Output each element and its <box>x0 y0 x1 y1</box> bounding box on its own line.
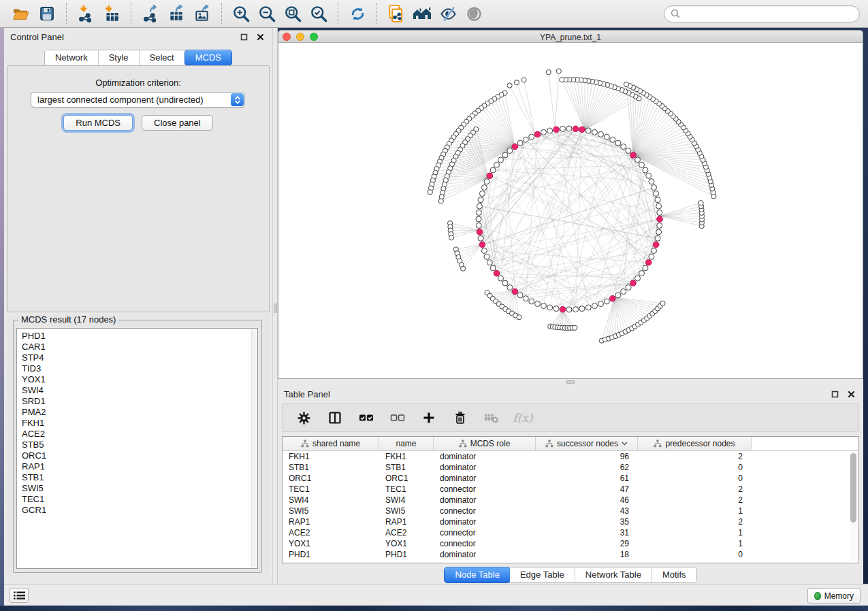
header-filler <box>752 437 858 450</box>
table-scrollbar-thumb[interactable] <box>850 453 856 523</box>
hide-labels-button[interactable] <box>436 3 460 24</box>
network-window-titlebar[interactable]: YPA_prune.txt_1 <box>278 30 863 43</box>
table-options-button[interactable] <box>295 409 312 427</box>
add-column-button[interactable] <box>420 409 438 427</box>
control-panel-title: Control Panel <box>10 32 64 42</box>
column-header-name[interactable]: name <box>379 437 434 450</box>
tab-style[interactable]: Style <box>99 50 140 65</box>
export-network-button[interactable] <box>139 3 162 24</box>
zoom-out-button[interactable] <box>255 3 278 24</box>
mcds-result-list[interactable]: PHD1CAR1STP4TID3YOX1SWI4SRD1PMA2FKH1ACE2… <box>16 328 258 569</box>
tab-network-table[interactable]: Network Table <box>575 567 652 582</box>
network-canvas[interactable] <box>278 43 863 379</box>
cell-predecessor-nodes: 2 <box>638 451 752 462</box>
zoom-selected-button[interactable] <box>307 3 330 24</box>
table-row[interactable]: RAP1RAP1dominator352 <box>283 516 858 527</box>
table-row[interactable]: ACE2ACE2connector311 <box>283 527 858 538</box>
float-panel-icon[interactable] <box>829 389 841 399</box>
tab-network[interactable]: Network <box>45 50 99 65</box>
search-box[interactable] <box>664 5 860 22</box>
cell-name: SWI5 <box>379 506 434 516</box>
clone-network-button[interactable] <box>385 3 408 24</box>
sort-chevron-icon <box>622 442 628 446</box>
houses-icon <box>412 5 432 22</box>
plus-icon <box>422 411 436 425</box>
split-columns-icon <box>328 411 342 425</box>
apply-layout-button[interactable] <box>346 3 369 24</box>
cell-mcds-role: connector <box>434 506 536 516</box>
column-header-mcds-role[interactable]: MCDS role <box>434 437 536 450</box>
table-row[interactable]: FKH1FKH1dominator962 <box>283 451 858 462</box>
select-all-button[interactable] <box>357 409 375 427</box>
splitter-grip[interactable] <box>566 380 575 384</box>
column-header-successor-nodes[interactable]: successor nodes <box>536 437 638 450</box>
zoom-selected-icon <box>310 5 328 23</box>
delete-column-button[interactable] <box>451 409 469 427</box>
cell-predecessor-nodes: 0 <box>638 549 752 560</box>
column-header-shared-name[interactable]: shared name <box>283 437 379 450</box>
graphics-details-button[interactable] <box>462 3 485 24</box>
optimization-criterion-label: Optimization criterion: <box>7 78 269 88</box>
column-header-predecessor-nodes[interactable]: predecessor nodes <box>638 437 752 450</box>
cell-shared-name: YOX1 <box>283 538 379 549</box>
zoom-in-button[interactable] <box>229 3 253 24</box>
open-file-button[interactable] <box>10 3 33 24</box>
import-network-icon <box>77 5 95 22</box>
function-builder-button-disabled: f(x) <box>514 409 532 427</box>
list-icon <box>14 591 25 600</box>
table-row[interactable]: STB1STB1dominator620 <box>283 462 858 473</box>
table-row[interactable]: PHD1PHD1dominator180 <box>283 549 858 560</box>
deselect-all-button[interactable] <box>389 409 406 427</box>
import-network-button[interactable] <box>74 3 97 24</box>
export-image-button[interactable] <box>191 3 214 24</box>
control-panel: Control Panel NetworkStyleSelectMCDS Opt… <box>4 28 272 584</box>
close-panel-icon[interactable] <box>254 31 266 42</box>
mcds-result-groupbox: MCDS result (17 nodes) PHD1CAR1STP4TID3Y… <box>13 320 262 573</box>
splitter-grip[interactable] <box>274 303 277 313</box>
delete-table-icon <box>484 412 499 423</box>
mcds-result-node: STP4 <box>22 352 257 363</box>
table-row[interactable]: SWI4SWI4dominator462 <box>283 495 858 506</box>
save-session-button[interactable] <box>35 3 59 24</box>
tab-select[interactable]: Select <box>140 50 185 65</box>
cell-shared-name: STB1 <box>283 462 379 473</box>
tree-column-icon <box>301 440 309 448</box>
horizontal-splitter[interactable] <box>278 379 863 385</box>
export-table-button[interactable] <box>165 3 188 24</box>
cell-successor-nodes: 62 <box>536 462 638 473</box>
show-column-panel-button[interactable] <box>326 409 344 427</box>
tab-motifs[interactable]: Motifs <box>652 567 696 582</box>
mcds-result-node: TEC1 <box>22 494 257 505</box>
checked-boxes-icon <box>359 413 374 423</box>
result-list-scrollbar[interactable] <box>251 329 257 567</box>
close-panel-icon[interactable] <box>845 389 857 399</box>
status-bar: Memory <box>4 584 868 606</box>
run-mcds-button[interactable]: Run MCDS <box>63 115 133 131</box>
close-panel-button[interactable]: Close panel <box>142 115 213 131</box>
float-panel-icon[interactable] <box>238 31 250 42</box>
import-table-button[interactable] <box>100 3 123 24</box>
mcds-result-node: YOX1 <box>22 374 257 385</box>
open-folder-icon <box>12 5 30 22</box>
table-scrollbar[interactable] <box>850 452 857 561</box>
clone-network-icon <box>387 4 405 23</box>
tab-edge-table[interactable]: Edge Table <box>510 567 575 582</box>
optimization-criterion-select[interactable]: largest connected component (undirected) <box>31 92 245 108</box>
vertical-splitter[interactable] <box>272 28 278 584</box>
table-row[interactable]: ORC1ORC1dominator610 <box>283 473 858 484</box>
show-task-history-button[interactable] <box>10 588 29 603</box>
table-row[interactable]: YOX1YOX1connector291 <box>283 538 858 549</box>
network-overview-button[interactable] <box>411 3 434 24</box>
search-input[interactable] <box>680 9 853 18</box>
table-row[interactable]: TEC1TEC1connector472 <box>283 484 858 495</box>
memory-button[interactable]: Memory <box>807 588 861 604</box>
cell-successor-nodes: 43 <box>536 506 638 516</box>
zoom-fit-button[interactable] <box>281 3 304 24</box>
cell-mcds-role: dominator <box>434 473 536 484</box>
tab-mcds[interactable]: MCDS <box>184 50 232 66</box>
toolbar-separator <box>221 3 222 24</box>
table-toolbar: f(x) <box>282 403 859 432</box>
cell-name: RAP1 <box>379 516 434 527</box>
tab-node-table[interactable]: Node Table <box>444 567 511 583</box>
table-row[interactable]: SWI5SWI5connector431 <box>283 506 858 516</box>
